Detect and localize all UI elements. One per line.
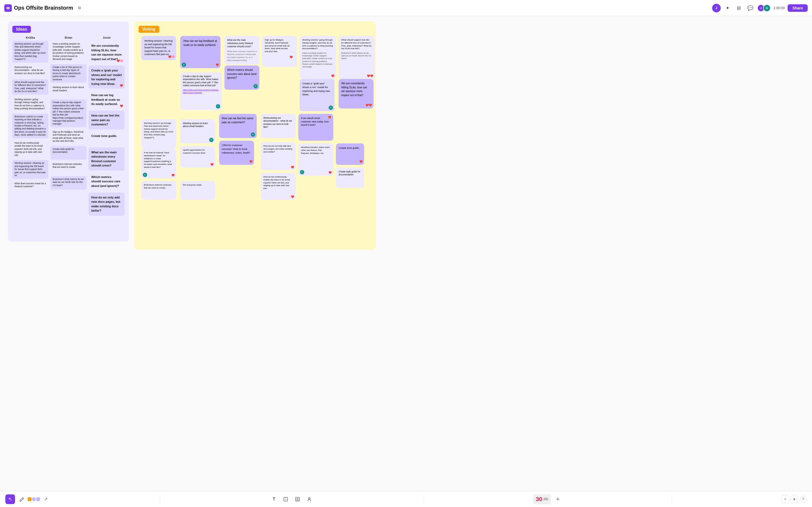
voting-sticky-tone-guide[interactable]: Create tone guide. ❤️: [336, 144, 364, 165]
score-label: /00: [543, 497, 548, 501]
ideas-col-brian: Brian Have a working session on Knowledg…: [51, 36, 86, 216]
sticky-kritika-2[interactable]: Restructuring our documentation - what d…: [12, 64, 48, 77]
sticky-brian-3[interactable]: Working session to learn about email hea…: [51, 84, 86, 98]
voting-sticky-hack-week[interactable]: If we had an internal "hack week/launch …: [141, 149, 176, 178]
calendar-widget[interactable]: 30 /00: [533, 494, 551, 504]
ideas-col-kritika: Kritika Working session: go through Plan…: [12, 36, 48, 216]
svg-rect-2: [6, 9, 10, 9]
menu-icon[interactable]: [4, 4, 12, 12]
copy-board-button[interactable]: ⧉: [75, 4, 84, 12]
sticky-kritika-5[interactable]: Brainstorm metrics to create reporting o…: [12, 114, 48, 138]
col-header-kritika: Kritika: [12, 36, 48, 39]
sticky-jonni-4[interactable]: How can we feel the same pain as custome…: [89, 111, 125, 129]
sticky-avatar-4: C: [329, 106, 333, 110]
sticky-jonni-1[interactable]: We are consistently hitting SLAs, how ca…: [89, 41, 125, 64]
sticky-jonni-3[interactable]: How can we log feedback at scale so its …: [89, 90, 125, 109]
sticky-avatar-8: C: [300, 170, 304, 174]
voting-sticky-restructuring-docs[interactable]: Restructuring our documentation - what d…: [261, 114, 296, 138]
calendar-day: 30: [536, 496, 542, 503]
expand-button[interactable]: ⊞: [735, 4, 743, 12]
sticky-brian-6[interactable]: Create style guide for documentation: [51, 146, 86, 160]
sticky-jonni-7[interactable]: Which metrics should success care about …: [89, 172, 125, 191]
ideas-section: Ideas Kritika Working session: go throug…: [8, 21, 129, 242]
toolbar-center: T: [269, 494, 314, 504]
voting-sticky-brainstorm-internal[interactable]: Brainstorm internal runbooks that we nee…: [141, 181, 176, 200]
col-header-jonni: Jonni: [89, 36, 125, 39]
collaborator-2: A: [763, 4, 771, 12]
voting-sticky-day-to-day[interactable]: Create a day-to-day support expectations…: [180, 72, 222, 110]
sticky-brian-8[interactable]: Brainstorm what metrics do we want as ou…: [51, 176, 86, 189]
svg-rect-0: [6, 7, 10, 7]
toolbar-divider-3: [672, 496, 672, 503]
svg-rect-4: [285, 498, 287, 500]
col-header-brian: Brian: [51, 36, 86, 39]
voting-sticky-log-feedback[interactable]: How can we log feedback at scale so its …: [180, 36, 221, 68]
voting-sticky-which-metrics[interactable]: Which metrics should success care about …: [225, 65, 259, 90]
voting-sticky-support-tiers[interactable]: What should support look like for differ…: [339, 36, 375, 79]
voting-sticky-email-headers[interactable]: Working session to learn about email hea…: [180, 119, 215, 144]
sticky-brian-2[interactable]: Create a list of 'this person is having …: [51, 64, 86, 83]
voting-section: Voting Working session: cleaning up and …: [134, 21, 376, 250]
add-tool[interactable]: +: [553, 494, 563, 504]
template-tool[interactable]: [304, 494, 314, 504]
voting-label: Voting: [138, 26, 159, 33]
voting-sticky-upskill[interactable]: upskill opportunities for customer succe…: [180, 146, 215, 168]
bottombar: ↖ ↗ T: [0, 491, 812, 507]
sticky-jonni-5[interactable]: Create tone guide.: [89, 131, 125, 146]
frame-tool[interactable]: [281, 494, 291, 504]
chat-button[interactable]: 💬: [746, 4, 755, 12]
magic-tool-button[interactable]: ✦: [723, 4, 732, 12]
shape-tool[interactable]: [29, 494, 39, 504]
voting-sticky-style-guide[interactable]: Create style guide for documentation: [336, 168, 364, 188]
sticky-brian-4[interactable]: Create a day-to-day support expectations…: [51, 99, 86, 127]
voting-sticky-workflow[interactable]: Workflow transfer: watch each other use …: [298, 144, 333, 176]
time-display: 1:00:00: [773, 6, 785, 10]
sticky-kritika-4[interactable]: Working session: going through Inkeep in…: [12, 97, 48, 112]
voting-sticky-not-everyone[interactable]: Not everyone reads: [180, 181, 215, 200]
connector-tool[interactable]: ↗: [41, 494, 51, 504]
user-avatar[interactable]: J: [712, 4, 721, 12]
zoom-in-button[interactable]: +: [791, 496, 798, 503]
ideas-col-jonni: Jonni We are consistently hitting SLAs, …: [89, 36, 125, 216]
cursor-tool[interactable]: ↖: [5, 494, 15, 504]
voting-sticky-grab-shoes[interactable]: Create a "grab your shoes a run" model f…: [300, 79, 335, 111]
sticky-jonni-6[interactable]: What are the main milestones every Resen…: [89, 148, 125, 171]
sticky-avatar-7: C: [143, 173, 147, 177]
sticky-brian-7[interactable]: Brainstorm internal runbooks that we nee…: [51, 161, 86, 175]
voting-sticky-milestones[interactable]: What are the main milestones every Resen…: [225, 36, 259, 64]
voting-sticky-go-through-plan[interactable]: Working session: go through Plan and det…: [141, 119, 176, 149]
canvas[interactable]: Ideas Kritika Working session: go throug…: [0, 16, 812, 491]
sticky-kritika-8[interactable]: What does success mean for a Resend cust…: [12, 180, 48, 194]
voting-sticky-feel-pain[interactable]: How can we feel the same pain as custome…: [219, 114, 257, 138]
topbar: Ops Offsite Brainstorm ⧉ J ✦ ⊞ 💬 J A 1:0…: [0, 0, 812, 16]
ideas-columns: Kritika Working session: go through Plan…: [12, 36, 125, 216]
help-button[interactable]: ?: [800, 496, 807, 503]
sticky-avatar-teal: C: [182, 63, 186, 67]
pen-tool[interactable]: [17, 494, 27, 504]
collaborators: J A: [757, 4, 771, 12]
sticky-avatar-2: C: [253, 84, 258, 88]
svg-point-9: [308, 498, 310, 499]
voting-sticky-retool[interactable]: If we rebuilt retool customer view today…: [298, 114, 333, 141]
sticky-kritika-6[interactable]: How do we continuously enable the team t…: [12, 140, 48, 158]
voting-sticky-1[interactable]: Working session: cleaning up and organiz…: [141, 36, 176, 60]
ideas-label: Ideas: [12, 26, 31, 33]
sticky-kritika-7[interactable]: Working session: cleaning up and organiz…: [12, 160, 48, 179]
sticky-brian-1[interactable]: Have a working session on Knowledge Cent…: [51, 41, 86, 63]
sticky-kritika-1[interactable]: Working session: go through Plan and det…: [12, 41, 48, 63]
sticky-jonni-8[interactable]: How do we only add new docs pages, but m…: [89, 192, 125, 216]
voting-sticky-enable-team[interactable]: How do we continuously enable the team t…: [261, 173, 296, 200]
share-button[interactable]: Share: [788, 4, 808, 12]
sticky-brian-5[interactable]: Sign up for Mailgun, SendGrid, and Postm…: [51, 129, 86, 145]
table-tool[interactable]: [293, 494, 302, 504]
voting-sticky-add-docs[interactable]: How do we not only add new docs pages, b…: [261, 142, 296, 170]
voting-sticky-inkeep[interactable]: Working session: going through Inkeep in…: [300, 36, 336, 79]
voting-sticky-crm[interactable]: CRM for customer success? How to track m…: [219, 141, 254, 165]
toolbar-divider-2: [423, 496, 424, 503]
text-tool[interactable]: T: [269, 494, 279, 504]
zoom-out-button[interactable]: −: [781, 496, 789, 503]
voting-sticky-sign-up-mailgun[interactable]: Sign up for Mailgun, SendGrid, and Postm…: [262, 36, 294, 60]
sticky-jonni-2[interactable]: Create a 'grab your shoes and run' model…: [89, 65, 125, 89]
voting-sticky-hitting-slas[interactable]: We are consistently hitting SLAs, how ca…: [339, 79, 373, 109]
sticky-kritika-3[interactable]: What should support look like for differ…: [12, 79, 48, 95]
